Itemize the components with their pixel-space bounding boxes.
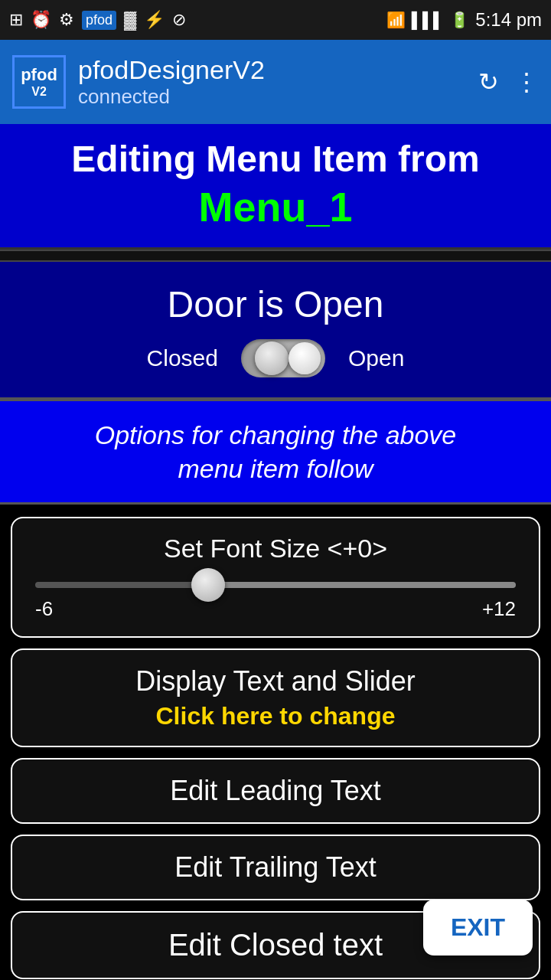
options-text-line2: menu item follow [15, 452, 536, 485]
app-bar: pfod V2 pfodDesignerV2 connected ↻ ⋮ [0, 40, 551, 124]
display-text-slider-button[interactable]: Display Text and Slider Click here to ch… [11, 648, 540, 747]
app-title-group: pfodDesignerV2 connected [78, 55, 466, 109]
editing-header: Editing Menu Item from Menu_1 [0, 124, 551, 250]
alarm-icon: ⏰ [31, 10, 51, 30]
options-text-line1: Options for changing the above [15, 418, 536, 452]
edit-trailing-text-button[interactable]: Edit Trailing Text [11, 835, 540, 900]
toggle-closed-label: Closed [147, 345, 218, 371]
settings-icon: ⚙ [59, 10, 74, 30]
toggle-thumb [255, 341, 289, 375]
edit-leading-text-button[interactable]: Edit Leading Text [11, 758, 540, 824]
edit-leading-label: Edit Leading Text [170, 775, 381, 806]
logo-pfod: pfod [21, 65, 57, 85]
door-toggle[interactable] [241, 339, 325, 377]
font-size-card[interactable]: Set Font Size <+0> -6 +12 [11, 517, 540, 638]
editing-title-line: Editing Menu Item from [12, 139, 539, 180]
wifi-icon: 📶 [386, 11, 406, 29]
battery-icon: 🔋 [450, 11, 469, 29]
plus-icon: ⊞ [9, 10, 23, 30]
status-bar: ⊞ ⏰ ⚙ pfod ▓ ⚡ ⊘ 📶 ▌▌▌ 🔋 5:14 pm [0, 0, 551, 40]
slider-labels: -6 +12 [35, 597, 516, 621]
options-banner: Options for changing the above menu item… [0, 399, 551, 505]
status-bar-left: ⊞ ⏰ ⚙ pfod ▓ ⚡ ⊘ [9, 10, 186, 30]
slider-thumb[interactable] [191, 568, 225, 602]
toggle-row: Closed Open [15, 339, 536, 377]
door-label: Door is Open [15, 283, 536, 325]
bluetooth-icon: ⚡ [144, 10, 165, 30]
click-here-label: Click here to change [31, 702, 520, 730]
nfc-icon: ⊘ [172, 10, 186, 30]
more-options-icon[interactable]: ⋮ [514, 67, 539, 96]
font-size-title: Set Font Size <+0> [31, 534, 520, 564]
slider-max-label: +12 [482, 597, 516, 621]
edit-closed-label: Edit Closed text [168, 928, 383, 962]
app-bar-actions[interactable]: ↻ ⋮ [478, 67, 539, 96]
signal-icon: ▌▌▌ [412, 11, 445, 29]
app-subtitle: connected [78, 85, 466, 109]
slider-min-label: -6 [35, 597, 53, 621]
app-title: pfodDesignerV2 [78, 55, 466, 85]
refresh-icon[interactable]: ↻ [478, 67, 499, 96]
wifi-bar-icon: ▓ [124, 10, 136, 30]
toggle-open-label: Open [348, 345, 404, 371]
slider-track[interactable] [35, 582, 516, 588]
logo-v2: V2 [31, 85, 47, 99]
font-size-slider-container[interactable]: -6 +12 [31, 582, 520, 621]
time-display: 5:14 pm [475, 9, 542, 31]
door-status-section: Door is Open Closed Open [0, 262, 551, 399]
edit-trailing-label: Edit Trailing Text [174, 851, 376, 883]
status-bar-right: 📶 ▌▌▌ 🔋 5:14 pm [386, 9, 542, 31]
menu-name-label: Menu_1 [12, 183, 539, 230]
exit-button[interactable]: EXIT [423, 900, 533, 956]
app-logo: pfod V2 [12, 55, 66, 109]
display-text-label: Display Text and Slider [31, 665, 520, 697]
pfod-icon: pfod [82, 11, 116, 30]
divider-bar [0, 250, 551, 262]
